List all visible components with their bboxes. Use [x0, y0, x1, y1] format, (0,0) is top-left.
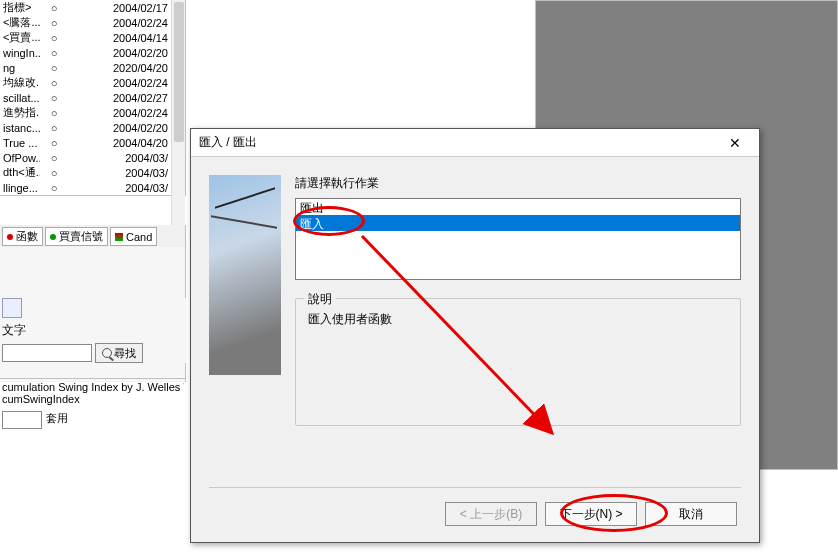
row-mark: ○ — [40, 77, 68, 89]
row-date: 2004/04/20 — [96, 137, 171, 149]
apply-input[interactable] — [2, 411, 42, 429]
search-input[interactable] — [2, 344, 92, 362]
search-button[interactable]: 尋找 — [95, 343, 143, 363]
desc-line1: cumulation Swing Index by J. Welles W — [2, 381, 184, 393]
table-row[interactable]: dth<通...○2004/03/ — [0, 165, 185, 180]
row-date: 2004/03/ — [96, 152, 171, 164]
row-mark: ○ — [40, 17, 68, 29]
left-info-panel: 文字 尋找 — [0, 298, 186, 363]
row-date: 2004/02/20 — [96, 47, 171, 59]
table-row[interactable]: scillat...○2004/02/27 — [0, 90, 185, 105]
row-name: dth<通... — [0, 165, 40, 180]
row-date: 2004/02/17 — [96, 2, 171, 14]
tab-label: 函數 — [16, 229, 38, 244]
search-icon — [102, 348, 112, 358]
row-mark: ○ — [40, 167, 68, 179]
row-date: 2004/02/27 — [96, 92, 171, 104]
table-row[interactable]: <騰落...○2004/02/24 — [0, 15, 185, 30]
row-name: istanc... — [0, 122, 40, 134]
scrollbar-thumb[interactable] — [174, 2, 184, 142]
prompt-label: 請選擇執行作業 — [295, 175, 741, 192]
row-mark: ○ — [40, 32, 68, 44]
dot-icon — [50, 234, 56, 240]
row-date: 2004/04/14 — [96, 32, 171, 44]
row-date: 2004/03/ — [96, 182, 171, 194]
info-icon — [2, 298, 22, 318]
row-mark: ○ — [40, 62, 68, 74]
back-button: < 上一步(B) — [445, 502, 537, 526]
row-name: 進勢指... — [0, 105, 40, 120]
operation-listbox[interactable]: 匯出 匯入 — [295, 198, 741, 280]
table-row[interactable]: True ...○2004/04/20 — [0, 135, 185, 150]
row-name: wingIn... — [0, 47, 40, 59]
close-button[interactable]: ✕ — [719, 132, 751, 154]
description-group: 說明 匯入使用者函數 — [295, 298, 741, 426]
tab-label: Cand — [126, 231, 152, 243]
table-row[interactable]: 指標>○2004/02/17 — [0, 0, 185, 15]
tab-functions[interactable]: 函數 — [2, 227, 43, 246]
row-date: 2004/02/24 — [96, 107, 171, 119]
bar-icon — [115, 233, 123, 241]
table-row[interactable]: 進勢指...○2004/02/24 — [0, 105, 185, 120]
list-item-export[interactable]: 匯出 — [296, 199, 740, 215]
row-name: True ... — [0, 137, 40, 149]
row-name: scillat... — [0, 92, 40, 104]
table-scrollbar[interactable] — [171, 0, 185, 225]
row-mark: ○ — [40, 47, 68, 59]
group-legend: 說明 — [304, 291, 336, 308]
row-name: llinge... — [0, 182, 40, 194]
row-date: 2004/03/ — [96, 167, 171, 179]
row-date: 2004/02/20 — [96, 122, 171, 134]
row-name: <騰落... — [0, 15, 40, 30]
list-item-import[interactable]: 匯入 — [296, 215, 740, 231]
row-name: ng — [0, 62, 40, 74]
dialog-title: 匯入 / 匯出 — [199, 134, 257, 151]
table-row[interactable]: <買賣...○2004/04/14 — [0, 30, 185, 45]
table-row[interactable]: llinge...○2004/03/ — [0, 180, 185, 195]
row-name: 均線改... — [0, 75, 40, 90]
search-button-label: 尋找 — [114, 346, 136, 361]
background-table: 指標>○2004/02/17<騰落...○2004/02/24<買賣...○20… — [0, 0, 186, 196]
row-mark: ○ — [40, 2, 68, 14]
tab-candle[interactable]: Cand — [110, 227, 157, 246]
group-text: 匯入使用者函數 — [308, 311, 728, 328]
import-export-dialog: 匯入 / 匯出 ✕ 請選擇執行作業 匯出 匯入 說明 匯入使用者函數 < 上一步… — [190, 128, 760, 543]
table-row[interactable]: istanc...○2004/02/20 — [0, 120, 185, 135]
row-date: 2020/04/20 — [96, 62, 171, 74]
tab-label: 買賣信號 — [59, 229, 103, 244]
text-label: 文字 — [2, 320, 186, 341]
table-row[interactable]: 均線改...○2004/02/24 — [0, 75, 185, 90]
row-mark: ○ — [40, 107, 68, 119]
row-name: 指標> — [0, 0, 40, 15]
row-date: 2004/02/24 — [96, 77, 171, 89]
desc-line2: cumSwingIndex — [2, 393, 184, 405]
table-row[interactable]: ng○2020/04/20 — [0, 60, 185, 75]
row-name: <買賣... — [0, 30, 40, 45]
tab-signals[interactable]: 買賣信號 — [45, 227, 108, 246]
row-mark: ○ — [40, 152, 68, 164]
dot-icon — [7, 234, 13, 240]
toolbar-tabs: 函數 買賣信號 Cand — [0, 225, 186, 249]
row-mark: ○ — [40, 137, 68, 149]
dialog-titlebar: 匯入 / 匯出 ✕ — [191, 129, 759, 157]
row-mark: ○ — [40, 182, 68, 194]
table-row[interactable]: OfPow...○2004/03/ — [0, 150, 185, 165]
cancel-button[interactable]: 取消 — [645, 502, 737, 526]
row-mark: ○ — [40, 92, 68, 104]
table-row[interactable]: wingIn...○2004/02/20 — [0, 45, 185, 60]
dialog-buttons: < 上一步(B) 下一步(N) > 取消 — [191, 488, 759, 542]
next-button[interactable]: 下一步(N) > — [545, 502, 637, 526]
row-date: 2004/02/24 — [96, 17, 171, 29]
row-name: OfPow... — [0, 152, 40, 164]
wizard-image — [209, 175, 281, 375]
row-mark: ○ — [40, 122, 68, 134]
apply-label: 套用 — [46, 411, 68, 429]
description-block: cumulation Swing Index by J. Welles W cu… — [0, 378, 186, 431]
